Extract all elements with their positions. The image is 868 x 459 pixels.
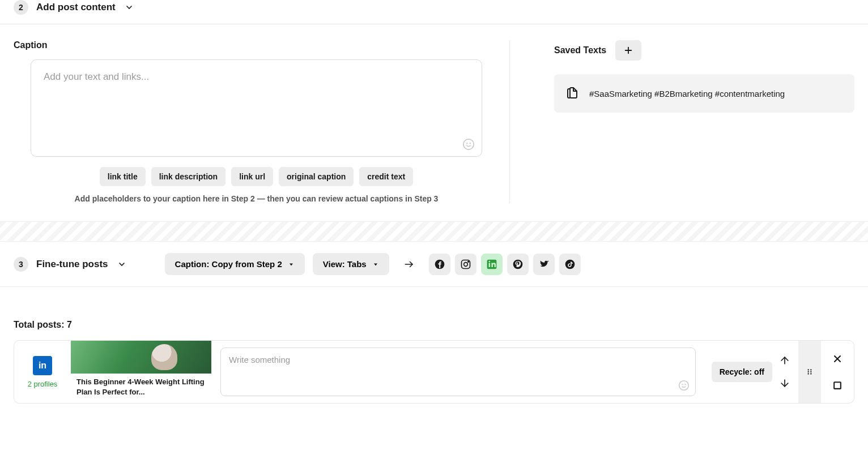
emoji-icon[interactable]	[678, 380, 690, 391]
view-mode-label: View: Tabs	[323, 259, 367, 269]
svg-point-26	[808, 373, 809, 374]
step2-title: Add post content	[36, 2, 116, 13]
placeholder-link-description-button[interactable]: link description	[151, 167, 225, 186]
view-mode-select[interactable]: View: Tabs	[313, 253, 389, 275]
svg-point-0	[463, 139, 474, 149]
remove-post-button[interactable]	[831, 352, 844, 366]
placeholder-original-caption-button[interactable]: original caption	[279, 167, 354, 186]
svg-point-10	[463, 262, 467, 266]
placeholder-link-title-button[interactable]: link title	[100, 167, 146, 186]
pinterest-tab[interactable]	[507, 254, 529, 275]
profile-count[interactable]: 2 profiles	[28, 380, 58, 388]
caption-source-select[interactable]: Caption: Copy from Step 2	[165, 253, 305, 275]
linkedin-icon: in	[33, 356, 52, 375]
emoji-icon[interactable]	[462, 138, 475, 151]
svg-rect-13	[488, 263, 490, 267]
caption-textbox-wrap	[31, 59, 482, 157]
tiktok-tab[interactable]	[559, 254, 581, 275]
svg-point-24	[808, 371, 809, 372]
chevron-down-icon[interactable]	[117, 260, 126, 269]
add-saved-text-button[interactable]	[615, 40, 641, 61]
post-card: in 2 profiles This Beginner 4-Week Weigh…	[14, 340, 854, 404]
saved-text-content: #SaaSmarketing #B2Bmarketing #contentmar…	[589, 89, 785, 98]
caret-down-icon	[288, 261, 295, 268]
section-divider-stripe	[0, 221, 868, 242]
arrow-up-icon	[779, 355, 790, 366]
post-text-input[interactable]	[229, 355, 687, 364]
tiktok-icon	[564, 259, 576, 270]
svg-marker-6	[374, 263, 377, 265]
arrow-down-icon	[779, 378, 790, 389]
plus-icon	[623, 45, 633, 55]
move-down-button[interactable]	[778, 376, 792, 390]
svg-point-27	[810, 373, 811, 374]
svg-point-2	[470, 143, 470, 144]
square-icon	[832, 380, 843, 391]
close-icon	[832, 353, 843, 364]
step3-header: 3 Fine-tune posts Caption: Copy from Ste…	[0, 242, 868, 286]
arrow-right-icon	[402, 259, 416, 269]
post-text-box	[220, 348, 696, 396]
preview-image	[71, 341, 211, 374]
move-up-button[interactable]	[778, 354, 792, 367]
svg-point-16	[565, 259, 575, 269]
caption-label: Caption	[14, 40, 482, 50]
facebook-icon	[434, 259, 445, 270]
recycle-toggle[interactable]: Recycle: off	[712, 362, 772, 382]
linkedin-tab[interactable]	[481, 254, 503, 275]
saved-text-item[interactable]: #SaaSmarketing #B2Bmarketing #contentmar…	[554, 74, 854, 113]
caption-input[interactable]	[44, 71, 469, 134]
drag-handle[interactable]	[798, 341, 821, 403]
step3-badge: 3	[14, 257, 28, 272]
expand-post-button[interactable]	[831, 379, 844, 392]
instagram-icon	[460, 259, 471, 270]
placeholder-link-url-button[interactable]: link url	[231, 167, 273, 186]
twitter-tab[interactable]	[533, 254, 555, 275]
placeholder-credit-text-button[interactable]: credit text	[359, 167, 413, 186]
placeholder-hint: Add placeholders to your caption here in…	[31, 194, 482, 203]
svg-point-22	[808, 369, 809, 370]
caption-source-label: Caption: Copy from Step 2	[175, 259, 282, 269]
svg-point-19	[685, 384, 686, 385]
twitter-icon	[538, 259, 550, 270]
step2-header[interactable]: 2 Add post content	[0, 0, 868, 24]
linkedin-icon	[486, 259, 497, 270]
saved-texts-label: Saved Texts	[554, 45, 606, 55]
chevron-down-icon	[125, 3, 134, 12]
caret-down-icon	[372, 261, 379, 268]
step3-title: Fine-tune posts	[36, 259, 108, 270]
drag-icon	[806, 366, 814, 378]
step2-badge: 2	[14, 0, 28, 15]
vertical-divider	[509, 40, 510, 203]
copy-icon[interactable]	[565, 87, 579, 100]
preview-title: This Beginner 4-Week Weight Lifting Plan…	[71, 374, 211, 400]
pinterest-icon	[512, 259, 524, 270]
total-posts-label: Total posts: 7	[14, 293, 854, 340]
svg-point-15	[513, 259, 522, 269]
instagram-tab[interactable]	[455, 254, 476, 275]
svg-point-23	[810, 369, 811, 370]
svg-point-1	[467, 143, 467, 144]
svg-marker-5	[290, 263, 293, 265]
facebook-tab[interactable]	[429, 254, 450, 275]
svg-rect-30	[834, 382, 841, 389]
svg-point-17	[679, 381, 688, 391]
svg-point-25	[810, 371, 811, 372]
post-network-column: in 2 profiles	[14, 341, 71, 403]
svg-point-14	[488, 260, 490, 262]
svg-point-11	[467, 261, 469, 262]
post-preview[interactable]: This Beginner 4-Week Weight Lifting Plan…	[71, 341, 211, 403]
svg-point-18	[682, 384, 683, 385]
